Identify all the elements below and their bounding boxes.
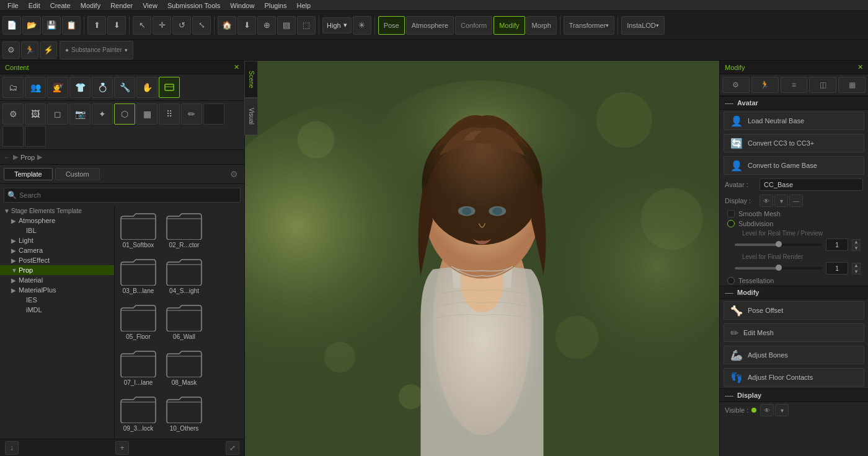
- modify-section-header[interactable]: — Modify: [720, 286, 868, 299]
- menu-submission-tools[interactable]: Submission Tools: [162, 0, 225, 11]
- grid-btn[interactable]: ▤: [277, 16, 296, 35]
- menu-file[interactable]: File: [2, 0, 24, 11]
- blank2-btn[interactable]: [2, 126, 24, 147]
- mod-tab-layers[interactable]: ≡: [781, 77, 808, 93]
- grid2-icon-btn[interactable]: ▦: [136, 103, 157, 125]
- realtime-slider-value[interactable]: 1: [826, 239, 848, 251]
- folder-09[interactable]: 09_3...lock: [117, 392, 159, 434]
- light2-icon-btn[interactable]: ✦: [92, 103, 113, 125]
- scenes-icon-btn[interactable]: 🗂: [2, 77, 24, 98]
- adjust-floor-contacts-btn[interactable]: 👣 Adjust Floor Contacts: [724, 368, 864, 387]
- realtime-slider-thumb[interactable]: [776, 241, 782, 247]
- tree-posteffect[interactable]: ▶ PostEffect: [0, 255, 114, 265]
- visible-down-btn[interactable]: ▾: [775, 404, 789, 416]
- image-icon-btn[interactable]: 🖼: [25, 103, 46, 125]
- folder-10[interactable]: 10_Others: [163, 392, 205, 434]
- menu-plugins[interactable]: Plugins: [259, 0, 291, 11]
- mod-tab-mirror[interactable]: ◫: [809, 77, 836, 93]
- save-btn[interactable]: 💾: [42, 16, 61, 35]
- folder-06[interactable]: 06_Wall: [163, 300, 205, 343]
- folder-02[interactable]: 02_R...ctor: [163, 209, 205, 251]
- new-btn[interactable]: 📄: [2, 16, 21, 35]
- visible-eye-btn[interactable]: 👁: [760, 404, 774, 416]
- hair-icon-btn[interactable]: 💇: [47, 77, 68, 98]
- menu-help[interactable]: Help: [291, 0, 316, 11]
- sphere-icon-btn[interactable]: ⬡: [114, 103, 135, 125]
- avatar-name-value[interactable]: CC_Base: [760, 178, 863, 191]
- instalod-btn[interactable]: InstaLOD ▾: [621, 16, 664, 35]
- cam-btn[interactable]: ⬚: [297, 16, 316, 35]
- pose-btn[interactable]: Pose: [378, 16, 405, 35]
- realtime-up-arrow[interactable]: ▲: [852, 239, 861, 245]
- avatar-section-header[interactable]: — Avatar: [720, 96, 868, 110]
- dots-icon-btn[interactable]: ⠿: [159, 103, 180, 125]
- morph-btn[interactable]: Morph: [526, 16, 557, 35]
- subdivision-radio[interactable]: [727, 220, 735, 227]
- prop-icon-btn[interactable]: [159, 77, 180, 98]
- tree-materialplus[interactable]: ▶ MaterialPlus: [0, 285, 114, 295]
- menu-view[interactable]: View: [138, 0, 162, 11]
- scene-tab[interactable]: Scene: [244, 61, 258, 98]
- open-btn[interactable]: 📂: [22, 16, 41, 35]
- display-eye-btn[interactable]: 👁: [760, 195, 773, 207]
- select-btn[interactable]: ↖: [133, 16, 151, 35]
- modify-close-icon[interactable]: ✕: [857, 63, 863, 71]
- display-down-btn[interactable]: ▾: [774, 195, 788, 207]
- tree-light[interactable]: ▶ Light: [0, 235, 114, 245]
- tree-prop[interactable]: ▼ Prop: [0, 265, 114, 275]
- home-btn[interactable]: 🏠: [218, 16, 236, 35]
- transformer-btn[interactable]: Transformer ▾: [564, 16, 615, 35]
- menu-modify[interactable]: Modify: [76, 0, 105, 11]
- tree-ies[interactable]: ▶ IES: [0, 295, 114, 305]
- folder-05[interactable]: 05_Floor: [117, 300, 159, 343]
- blank3-btn[interactable]: [25, 126, 46, 147]
- display-section-header[interactable]: — Display: [720, 388, 868, 402]
- tessellation-radio[interactable]: [727, 277, 735, 284]
- breadcrumb-back-icon[interactable]: ←: [4, 154, 11, 161]
- tb2-btn2[interactable]: 🏃: [21, 42, 38, 59]
- template-tab[interactable]: Template: [4, 168, 53, 180]
- export-btn[interactable]: 📋: [62, 16, 81, 35]
- finalrender-slider-thumb[interactable]: [776, 265, 782, 271]
- tree-atmosphere[interactable]: ▶ Atmosphere: [0, 216, 114, 226]
- mod-tab-grid3[interactable]: ▦: [838, 77, 866, 93]
- tree-imdl[interactable]: ▶ iMDL: [0, 305, 114, 315]
- hand-icon-btn[interactable]: ✋: [136, 77, 157, 98]
- folder-07[interactable]: 07_I...lane: [117, 346, 159, 388]
- footer-add-btn[interactable]: +: [115, 441, 129, 455]
- finalrender-slider-track[interactable]: [735, 267, 822, 270]
- search-input[interactable]: [4, 188, 241, 203]
- menu-render[interactable]: Render: [105, 0, 138, 11]
- move-btn[interactable]: ✛: [153, 16, 171, 35]
- scale-btn[interactable]: ⤡: [192, 16, 211, 35]
- pen-icon-btn[interactable]: ✏: [181, 103, 202, 125]
- fit-btn[interactable]: ⬇: [237, 16, 256, 35]
- tree-camera[interactable]: ▶ Camera: [0, 245, 114, 255]
- menu-window[interactable]: Window: [225, 0, 259, 11]
- cloth-icon-btn[interactable]: 👕: [69, 77, 91, 98]
- tb2-btn3[interactable]: ⚡: [40, 42, 57, 59]
- rotate-btn[interactable]: ↺: [172, 16, 191, 35]
- finalrender-up-arrow[interactable]: ▲: [852, 263, 861, 268]
- footer-down-btn[interactable]: ↓: [5, 441, 19, 455]
- tab-settings-icon[interactable]: ⚙: [227, 167, 241, 181]
- load-neutral-base-btn[interactable]: 👤 Load Neutral Base: [724, 112, 864, 130]
- edit-mesh-btn[interactable]: ✏ Edit Mesh: [724, 323, 864, 342]
- content-close-icon[interactable]: ✕: [234, 63, 239, 71]
- convert-cc3-btn[interactable]: 🔄 Convert CC3 to CC3+: [724, 134, 864, 152]
- camera2-icon-btn[interactable]: 📷: [69, 103, 91, 125]
- import-btn[interactable]: ⬆: [87, 16, 106, 35]
- tb2-btn1[interactable]: ⚙: [2, 42, 20, 59]
- folder-04[interactable]: 04_S...ight: [163, 255, 205, 297]
- sun-btn[interactable]: ✳: [353, 16, 371, 35]
- pose-offset-btn[interactable]: 🦴 Pose Offset: [724, 301, 864, 320]
- settings2-icon-btn[interactable]: ⚙: [2, 103, 24, 125]
- menu-create[interactable]: Create: [45, 0, 76, 11]
- visual-tab[interactable]: Visual: [244, 98, 258, 135]
- morph-icon-btn[interactable]: 🔧: [114, 77, 135, 98]
- convert-game-base-btn[interactable]: 👤 Convert to Game Base: [724, 156, 864, 175]
- accessories-icon-btn[interactable]: 💍: [92, 77, 113, 98]
- quality-dropdown[interactable]: High ▾: [322, 17, 352, 33]
- conform-btn[interactable]: Conform: [455, 16, 492, 35]
- folder-01[interactable]: 01_Softbox: [117, 209, 159, 251]
